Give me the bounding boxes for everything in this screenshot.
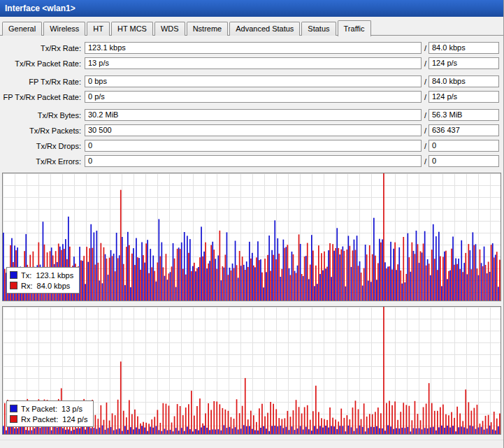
slash-separator: /	[422, 78, 429, 86]
tab-advanced-status[interactable]: Advanced Status	[229, 22, 300, 36]
rx-packet-legend-label: Rx Packet: 124 p/s	[21, 415, 87, 424]
slash-separator: /	[422, 59, 429, 68]
tx-rx-rate-graph: Tx: 123.1 kbps Rx: 84.0 kbps	[2, 173, 501, 301]
tx-packet-legend-swatch	[10, 405, 17, 412]
slash-separator: /	[422, 157, 429, 166]
window-title: Interface <wlan1>	[5, 3, 75, 13]
rx-legend-label: Rx: 84.0 kbps	[21, 282, 70, 290]
row-txrx-bytes: Tx/Rx Bytes: 30.2 MiB / 56.3 MiB	[3, 109, 499, 121]
tx-packet-legend-label: Tx Packet: 13 p/s	[21, 405, 82, 413]
fp-txrx-rate-rx-value: 84.0 kbps	[429, 75, 499, 87]
traffic-stats-form: Tx/Rx Rate: 123.1 kbps / 84.0 kbps Tx/Rx…	[0, 36, 503, 172]
txrx-bytes-rx-value: 56.3 MiB	[429, 109, 499, 121]
traffic-graphs: Tx: 123.1 kbps Rx: 84.0 kbps Tx Packet: …	[0, 172, 503, 440]
field-label: Tx/Rx Rate:	[3, 44, 85, 52]
field-label: FP Tx/Rx Rate:	[3, 78, 85, 86]
fp-txrx-rate-tx-value: 0 bps	[85, 75, 422, 87]
slash-separator: /	[422, 127, 429, 135]
window-bottom-edge	[0, 440, 503, 448]
tab-nstreme[interactable]: Nstreme	[187, 22, 229, 36]
field-label: Tx/Rx Drops:	[3, 142, 85, 150]
txrx-rate-tx-value: 123.1 kbps	[85, 42, 422, 54]
row-txrx-rate: Tx/Rx Rate: 123.1 kbps / 84.0 kbps	[3, 42, 499, 54]
tx-rx-packet-graph: Tx Packet: 13 p/s Rx Packet: 124 p/s	[2, 306, 501, 435]
tab-bar: General Wireless HT HT MCS WDS Nstreme A…	[0, 17, 503, 36]
txrx-rate-rx-value: 84.0 kbps	[429, 42, 499, 54]
txrx-drops-tx-value: 0	[85, 140, 422, 152]
txrx-errors-tx-value: 0	[85, 155, 422, 167]
packet-graph-legend: Tx Packet: 13 p/s Rx Packet: 124 p/s	[6, 400, 94, 427]
tab-ht[interactable]: HT	[87, 22, 110, 36]
slash-separator: /	[422, 93, 429, 101]
tab-status[interactable]: Status	[301, 22, 336, 36]
legend-row-tx-packet: Tx Packet: 13 p/s	[10, 403, 87, 414]
tx-legend-swatch	[10, 271, 17, 279]
interface-window: Interface <wlan1> General Wireless HT HT…	[0, 0, 504, 448]
fp-txrx-packet-rate-tx-value: 0 p/s	[85, 91, 422, 103]
txrx-packet-rate-rx-value: 124 p/s	[429, 57, 499, 69]
fp-txrx-packet-rate-rx-value: 124 p/s	[429, 91, 499, 103]
legend-row-rx: Rx: 84.0 kbps	[10, 280, 73, 291]
txrx-drops-rx-value: 0	[429, 140, 499, 152]
tab-wireless[interactable]: Wireless	[43, 22, 85, 36]
legend-row-rx-packet: Rx Packet: 124 p/s	[10, 414, 87, 424]
row-txrx-packets: Tx/Rx Packets: 30 500 / 636 437	[3, 124, 499, 136]
slash-separator: /	[422, 142, 429, 150]
row-fp-txrx-rate: FP Tx/Rx Rate: 0 bps / 84.0 kbps	[3, 75, 499, 87]
rate-graph-legend: Tx: 123.1 kbps Rx: 84.0 kbps	[6, 267, 80, 294]
txrx-packet-rate-tx-value: 13 p/s	[85, 57, 422, 69]
row-txrx-packet-rate: Tx/Rx Packet Rate: 13 p/s / 124 p/s	[3, 57, 499, 69]
rx-legend-swatch	[10, 282, 17, 289]
txrx-bytes-tx-value: 30.2 MiB	[85, 109, 422, 121]
txrx-errors-rx-value: 0	[429, 155, 499, 167]
field-label: Tx/Rx Bytes:	[3, 111, 85, 120]
tab-ht-mcs[interactable]: HT MCS	[111, 22, 153, 36]
field-label: Tx/Rx Errors:	[3, 157, 85, 166]
field-label: Tx/Rx Packets:	[3, 127, 85, 135]
tx-legend-label: Tx: 123.1 kbps	[21, 271, 73, 280]
row-txrx-errors: Tx/Rx Errors: 0 / 0	[3, 155, 499, 167]
field-label: FP Tx/Rx Packet Rate:	[3, 93, 85, 101]
tab-wds[interactable]: WDS	[154, 22, 185, 36]
field-label: Tx/Rx Packet Rate:	[3, 59, 85, 68]
tab-general[interactable]: General	[2, 22, 42, 36]
window-title-bar[interactable]: Interface <wlan1>	[0, 0, 503, 17]
rx-packet-legend-swatch	[10, 415, 17, 423]
legend-row-tx: Tx: 123.1 kbps	[10, 270, 73, 280]
slash-separator: /	[422, 44, 429, 52]
slash-separator: /	[422, 111, 429, 120]
row-fp-txrx-packet-rate: FP Tx/Rx Packet Rate: 0 p/s / 124 p/s	[3, 91, 499, 103]
tab-traffic[interactable]: Traffic	[338, 20, 371, 36]
txrx-packets-rx-value: 636 437	[429, 124, 499, 136]
row-txrx-drops: Tx/Rx Drops: 0 / 0	[3, 140, 499, 152]
txrx-packets-tx-value: 30 500	[85, 124, 422, 136]
